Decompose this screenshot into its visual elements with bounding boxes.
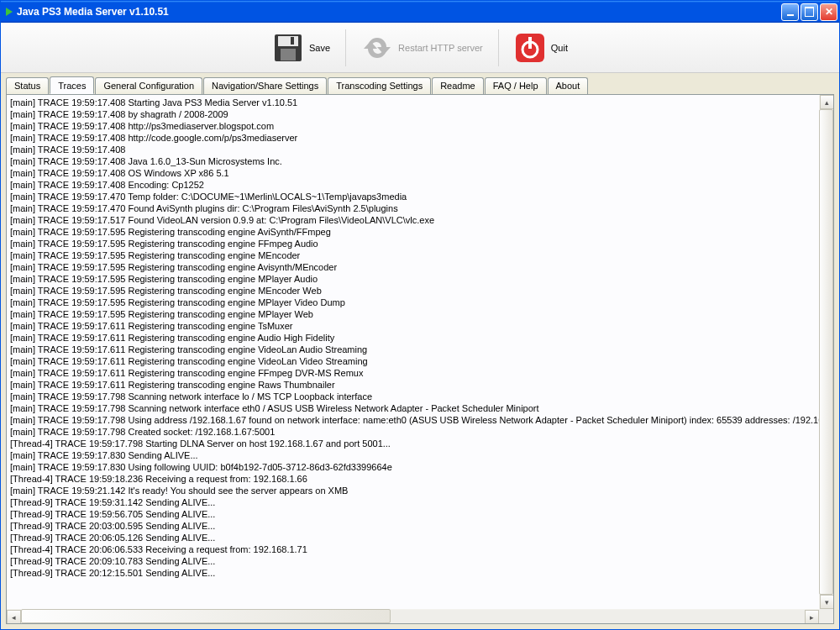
log-line: [main] TRACE 19:59:17.798 Scanning netwo… bbox=[10, 402, 830, 414]
log-line: [main] TRACE 19:59:17.408 Java 1.6.0_13-… bbox=[10, 155, 830, 167]
log-line: [Thread-9] TRACE 19:59:31.142 Sending AL… bbox=[10, 496, 830, 508]
horizontal-scrollbar[interactable]: ◂ ▸ bbox=[7, 609, 819, 623]
log-line: [Thread-9] TRACE 20:09:10.783 Sending AL… bbox=[10, 555, 830, 567]
log-line: [main] TRACE 19:59:17.830 Using followin… bbox=[10, 461, 830, 473]
log-line: [main] TRACE 19:59:17.595 Registering tr… bbox=[10, 308, 830, 320]
log-line: [main] TRACE 19:59:17.611 Registering tr… bbox=[10, 320, 830, 332]
vertical-scroll-thumb[interactable] bbox=[819, 109, 833, 595]
minimize-button[interactable] bbox=[781, 3, 799, 21]
app-window: Java PS3 Media Server v1.10.51 Save Rest… bbox=[0, 0, 840, 630]
save-label: Save bbox=[309, 43, 330, 53]
quit-label: Quit bbox=[551, 43, 568, 53]
log-line: [main] TRACE 19:59:17.408 Starting Java … bbox=[10, 97, 830, 108]
tab-traces[interactable]: Traces bbox=[50, 76, 94, 94]
tab-readme[interactable]: Readme bbox=[432, 77, 484, 95]
log-line: [main] TRACE 19:59:17.408 http://code.go… bbox=[10, 132, 830, 144]
vertical-scrollbar[interactable]: ▴ ▾ bbox=[819, 95, 833, 609]
scroll-track[interactable] bbox=[21, 610, 805, 623]
log-line: [main] TRACE 19:59:17.595 Registering tr… bbox=[10, 297, 830, 308]
tabstrip: StatusTracesGeneral ConfigurationNavigat… bbox=[1, 73, 839, 94]
tab-about[interactable]: About bbox=[548, 77, 589, 95]
svg-rect-6 bbox=[528, 37, 532, 49]
scroll-right-button[interactable]: ▸ bbox=[805, 610, 819, 623]
log-line: [main] TRACE 19:59:17.595 Registering tr… bbox=[10, 285, 830, 297]
app-icon bbox=[6, 8, 13, 16]
log-line: [main] TRACE 19:59:17.830 Sending ALIVE.… bbox=[10, 449, 830, 461]
scroll-up-button[interactable]: ▴ bbox=[820, 95, 833, 109]
log-area[interactable]: [main] TRACE 19:59:17.408 Starting Java … bbox=[7, 95, 833, 623]
log-line: [main] TRACE 19:59:17.798 Scanning netwo… bbox=[10, 391, 830, 402]
scroll-down-button[interactable]: ▾ bbox=[820, 595, 833, 609]
horizontal-scroll-thumb[interactable] bbox=[21, 609, 391, 623]
log-line: [main] TRACE 19:59:17.611 Registering tr… bbox=[10, 332, 830, 344]
restart-label: Restart HTTP server bbox=[398, 43, 483, 53]
log-line: [main] TRACE 19:59:17.408 by shagrath / … bbox=[10, 108, 830, 120]
svg-rect-2 bbox=[281, 49, 296, 60]
floppy-disk-icon bbox=[272, 32, 304, 64]
log-line: [Thread-9] TRACE 20:12:15.501 Sending AL… bbox=[10, 567, 830, 579]
log-line: [main] TRACE 19:59:17.517 Found VideoLAN… bbox=[10, 214, 830, 226]
log-line: [main] TRACE 19:59:17.470 Found AviSynth… bbox=[10, 202, 830, 214]
tab-faq-help[interactable]: FAQ / Help bbox=[485, 77, 547, 95]
log-line: [main] TRACE 19:59:17.595 Registering tr… bbox=[10, 238, 830, 249]
log-line: [Thread-4] TRACE 20:06:06.533 Receiving … bbox=[10, 543, 830, 555]
log-line: [main] TRACE 19:59:17.470 Temp folder: C… bbox=[10, 191, 830, 202]
restart-icon bbox=[361, 32, 393, 64]
log-line: [main] TRACE 19:59:17.611 Registering tr… bbox=[10, 379, 830, 391]
toolbar: Save Restart HTTP server Quit bbox=[1, 23, 839, 73]
quit-button[interactable]: Quit bbox=[506, 29, 576, 67]
svg-rect-1 bbox=[278, 36, 298, 46]
log-line: [main] TRACE 19:59:17.595 Registering tr… bbox=[10, 226, 830, 238]
log-line: [main] TRACE 19:59:17.611 Registering tr… bbox=[10, 367, 830, 379]
scrollbar-corner bbox=[819, 609, 833, 623]
log-line: [main] TRACE 19:59:21.142 It's ready! Yo… bbox=[10, 485, 830, 496]
log-line: [Thread-4] TRACE 19:59:18.236 Receiving … bbox=[10, 473, 830, 485]
separator bbox=[345, 29, 346, 66]
log-line: [main] TRACE 19:59:17.408 OS Windows XP … bbox=[10, 167, 830, 179]
log-line: [Thread-9] TRACE 20:06:05.126 Sending AL… bbox=[10, 532, 830, 543]
log-line: [main] TRACE 19:59:17.798 Created socket… bbox=[10, 426, 830, 438]
close-button[interactable] bbox=[820, 3, 837, 21]
save-button[interactable]: Save bbox=[264, 29, 339, 67]
tab-status[interactable]: Status bbox=[6, 77, 49, 95]
tab-transcoding-settings[interactable]: Transcoding Settings bbox=[328, 77, 431, 95]
titlebar: Java PS3 Media Server v1.10.51 bbox=[1, 1, 839, 23]
scroll-left-button[interactable]: ◂ bbox=[7, 610, 21, 623]
log-line: [main] TRACE 19:59:17.595 Registering tr… bbox=[10, 261, 830, 273]
restart-button[interactable]: Restart HTTP server bbox=[353, 29, 491, 67]
log-line: [Thread-9] TRACE 20:03:00.595 Sending AL… bbox=[10, 520, 830, 532]
tabs: StatusTracesGeneral ConfigurationNavigat… bbox=[6, 76, 834, 94]
separator bbox=[498, 29, 499, 66]
tab-general-configuration[interactable]: General Configuration bbox=[95, 77, 202, 95]
log-line: [main] TRACE 19:59:17.611 Registering tr… bbox=[10, 344, 830, 355]
svg-rect-3 bbox=[291, 37, 294, 45]
tab-navigation-share-settings[interactable]: Navigation/Share Settings bbox=[203, 77, 327, 95]
log-line: [main] TRACE 19:59:17.408 http://ps3medi… bbox=[10, 120, 830, 132]
log-line: [main] TRACE 19:59:17.798 Using address … bbox=[10, 414, 830, 426]
window-controls bbox=[781, 3, 837, 21]
log-line: [main] TRACE 19:59:17.408 bbox=[10, 144, 830, 155]
maximize-button[interactable] bbox=[801, 3, 818, 21]
log-line: [Thread-4] TRACE 19:59:17.798 Starting D… bbox=[10, 438, 830, 449]
content-panel: [main] TRACE 19:59:17.408 Starting Java … bbox=[6, 94, 834, 624]
log-line: [main] TRACE 19:59:17.408 Encoding: Cp12… bbox=[10, 179, 830, 191]
log-line: [main] TRACE 19:59:17.595 Registering tr… bbox=[10, 273, 830, 285]
log-line: [Thread-9] TRACE 19:59:56.705 Sending AL… bbox=[10, 508, 830, 520]
power-icon bbox=[514, 32, 546, 64]
log-line: [main] TRACE 19:59:17.595 Registering tr… bbox=[10, 249, 830, 261]
log-text[interactable]: [main] TRACE 19:59:17.408 Starting Java … bbox=[7, 95, 833, 623]
log-line: [main] TRACE 19:59:17.611 Registering tr… bbox=[10, 355, 830, 367]
window-title: Java PS3 Media Server v1.10.51 bbox=[17, 6, 781, 18]
